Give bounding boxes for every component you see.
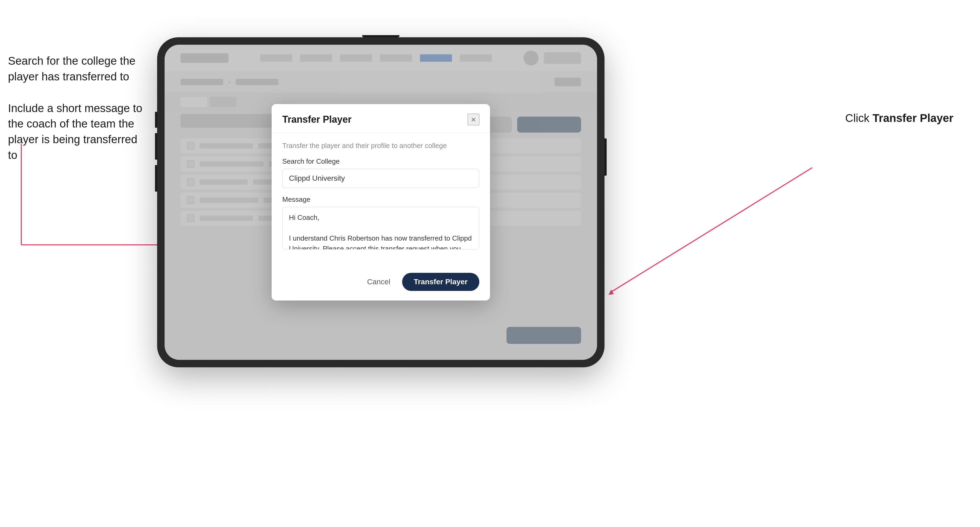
modal-title: Transfer Player bbox=[282, 114, 352, 125]
annotation-right-text: Click Transfer Player bbox=[845, 112, 953, 125]
modal-body: Transfer the player and their profile to… bbox=[272, 133, 490, 267]
search-college-field: Search for College bbox=[282, 157, 479, 188]
tablet-device: › bbox=[157, 37, 605, 367]
search-college-label: Search for College bbox=[282, 157, 479, 165]
svg-line-3 bbox=[610, 168, 812, 293]
message-field: Message Hi Coach, I understand Chris Rob… bbox=[282, 195, 479, 251]
tablet-screen: › bbox=[165, 45, 597, 360]
annotation-message-text: Include a short message to the coach of … bbox=[8, 101, 146, 163]
search-college-input[interactable] bbox=[282, 169, 479, 188]
annotation-left: Search for the college the player has tr… bbox=[8, 53, 146, 179]
modal-header: Transfer Player × bbox=[272, 104, 490, 133]
modal-close-button[interactable]: × bbox=[468, 114, 479, 125]
annotation-right: Click Transfer Player bbox=[845, 112, 953, 125]
modal-footer: Cancel Transfer Player bbox=[272, 267, 490, 300]
transfer-player-modal: Transfer Player × Transfer the player an… bbox=[272, 104, 490, 300]
annotation-search-text: Search for the college the player has tr… bbox=[8, 53, 146, 85]
transfer-player-button[interactable]: Transfer Player bbox=[402, 273, 479, 291]
message-label: Message bbox=[282, 195, 479, 204]
message-textarea[interactable]: Hi Coach, I understand Chris Robertson h… bbox=[282, 207, 479, 249]
modal-subtitle: Transfer the player and their profile to… bbox=[282, 141, 479, 150]
svg-marker-4 bbox=[609, 290, 614, 295]
modal-overlay: Transfer Player × Transfer the player an… bbox=[165, 45, 597, 360]
cancel-button[interactable]: Cancel bbox=[361, 273, 396, 290]
